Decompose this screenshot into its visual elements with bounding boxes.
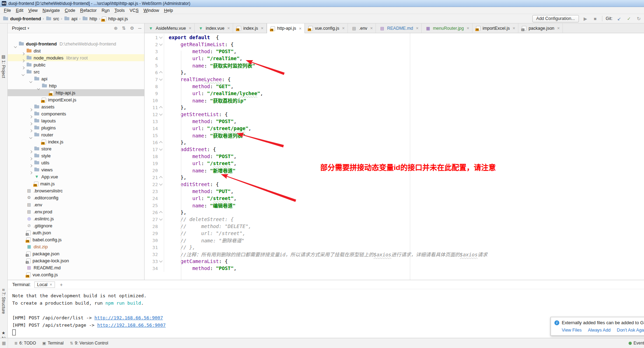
tree-item-duoji-frontend[interactable]: duoji-frontendD:\zheheWeb\duoji-frontend [8, 40, 144, 47]
close-icon[interactable]: × [370, 26, 373, 31]
tree-item-.env[interactable]: ▤.env [8, 201, 144, 208]
menu-code[interactable]: Code [62, 8, 78, 13]
close-icon[interactable]: × [227, 26, 230, 31]
code-line[interactable]: 13 method: "POST", [145, 118, 644, 125]
code-line[interactable]: 29 // url: "/street", [145, 230, 644, 237]
fold-marker-icon[interactable] [158, 69, 164, 76]
tree-item-public[interactable]: public [8, 61, 144, 68]
tree-item-auth.json[interactable]: auth.json [8, 229, 144, 236]
editor-tab-importExcel.js[interactable]: importExcel.js× [472, 23, 518, 33]
close-icon[interactable]: × [557, 26, 560, 31]
code-line[interactable]: 33 getCameraList: { [145, 258, 644, 265]
editor-tab-index.js[interactable]: index.js× [233, 23, 267, 33]
editor-tab-package.json[interactable]: package.json× [518, 23, 563, 33]
tool-window-switcher-icon[interactable]: ▦ [0, 338, 8, 348]
code-line[interactable]: 18 method: "POST", [145, 153, 644, 160]
code-line[interactable]: 9 url: "/realTime/lychee", [145, 90, 644, 97]
fold-marker-icon[interactable] [158, 181, 164, 188]
tree-item-babel.config.js[interactable]: babel.config.js [8, 236, 144, 243]
tree-item-http-api.js[interactable]: http-api.js [8, 89, 144, 96]
tree-item-layouts[interactable]: layouts [8, 117, 144, 124]
locate-file-icon[interactable]: ⊕ [114, 26, 118, 31]
code-line[interactable]: 1export default { [145, 34, 644, 41]
close-icon[interactable]: × [513, 26, 516, 31]
editor-tab-index.vue[interactable]: ▼index.vue× [195, 23, 233, 33]
status-todo[interactable]: ≣6: TODO [14, 341, 36, 346]
tree-item-.eslintrc.js[interactable]: ◎.eslintrc.js [8, 215, 144, 222]
code-line[interactable]: 12 getStreetList: { [145, 111, 644, 118]
code-line[interactable]: 16 }, [145, 139, 644, 146]
menu-view[interactable]: View [26, 8, 40, 13]
code-line[interactable]: 26 }, [145, 209, 644, 216]
code-line[interactable]: 3 method: "POST", [145, 48, 644, 55]
close-icon[interactable]: × [299, 26, 302, 31]
code-editor[interactable]: 1export default {2 getRealTimeList: {3 m… [145, 33, 644, 272]
chevron-down-icon[interactable]: ▾ [27, 26, 29, 30]
fold-marker-icon[interactable] [158, 209, 164, 216]
tree-item-index.js[interactable]: index.js [8, 138, 144, 145]
code-line[interactable]: 14 url: "/street/page", [145, 125, 644, 132]
tree-item-importExcel.js[interactable]: importExcel.js [8, 96, 144, 103]
code-line[interactable]: 10 name: "获取荔枝的ip" [145, 97, 644, 104]
tree-item-plugins[interactable]: plugins [8, 124, 144, 131]
code-line[interactable]: 7 realTimeLychee: { [145, 76, 644, 83]
notification-action-don-t-ask-again[interactable]: Don't Ask Again [617, 328, 644, 333]
breadcrumb-item-src[interactable]: src [46, 16, 59, 21]
close-icon[interactable]: × [189, 26, 191, 31]
tree-item-README.md[interactable]: ▤README.md [8, 264, 144, 271]
editor-tab-README.md[interactable]: ▤README.md× [376, 23, 422, 33]
fold-marker-icon[interactable] [158, 146, 164, 153]
code-line[interactable]: 11 }, [145, 104, 644, 111]
tree-item-vue.config.js[interactable]: vue.config.js [8, 271, 144, 278]
code-line[interactable]: 31 // }, [145, 244, 644, 251]
terminal-tab-local[interactable]: Local × [34, 282, 55, 288]
fold-marker-icon[interactable] [158, 76, 164, 83]
code-line[interactable]: 25 name: "编辑巷道" [145, 202, 644, 209]
tree-item-src[interactable]: src [8, 68, 144, 75]
menu-run[interactable]: Run [99, 8, 112, 13]
editor-tab-.env[interactable]: ▤.env× [348, 23, 376, 33]
code-line[interactable]: 8 method: "GET", [145, 83, 644, 90]
code-line[interactable]: 15 name: "获取巷道列表" [145, 132, 644, 139]
tree-item-.browserslistrc[interactable]: ▤.browserslistrc [8, 187, 144, 194]
status-version-control[interactable]: ⇅9: Version Control [70, 341, 108, 346]
menu-refactor[interactable]: Refactor [78, 8, 99, 13]
editor-tab-http-api.js[interactable]: http-api.js× [267, 23, 305, 33]
fold-marker-icon[interactable] [158, 111, 164, 118]
notification-action-always-add[interactable]: Always Add [588, 328, 611, 333]
code-line[interactable]: 21 }, [145, 174, 644, 181]
close-icon[interactable]: × [261, 26, 264, 31]
run-icon[interactable]: ▶ [582, 16, 589, 21]
fold-marker-icon[interactable] [158, 34, 164, 41]
terminal-link[interactable]: http://192.168.66.56:9007 [97, 322, 166, 328]
tree-item-dist.zip[interactable]: ▦dist.zip [8, 243, 144, 250]
menu-tools[interactable]: Tools [112, 8, 127, 13]
collapse-all-icon[interactable]: ⇅ [122, 26, 126, 31]
code-line[interactable]: 30 // name: "删除巷道" [145, 237, 644, 244]
menu-window[interactable]: Window [141, 8, 161, 13]
code-line[interactable]: 34 method: "POST", [145, 265, 644, 272]
fold-marker-icon[interactable] [158, 41, 164, 48]
tree-item-api[interactable]: api [8, 75, 144, 82]
tree-item-App.vue[interactable]: ▼App.vue [8, 173, 144, 180]
breadcrumb-item-http-api.js[interactable]: http-api.js [102, 16, 128, 21]
code-line[interactable]: 22 editStreet: { [145, 181, 644, 188]
close-icon[interactable]: × [342, 26, 345, 31]
settings-icon[interactable]: ⚙ [130, 26, 134, 31]
tree-item-.editorconfig[interactable]: ⚙.editorconfig [8, 194, 144, 201]
update-project-icon[interactable]: ↙ [616, 16, 622, 21]
code-line[interactable]: 27 // deleteStreet: { [145, 216, 644, 223]
hide-panel-icon[interactable]: ─ [138, 26, 141, 31]
menu-vcs[interactable]: VCS [127, 8, 141, 13]
close-icon[interactable]: × [467, 26, 469, 31]
tree-item-style[interactable]: style [8, 152, 144, 159]
menu-edit[interactable]: Edit [13, 8, 26, 13]
tree-item-router[interactable]: router [8, 131, 144, 138]
tree-item-node_modules[interactable]: node_moduleslibrary root [8, 54, 144, 61]
tree-item-assets[interactable]: assets [8, 103, 144, 110]
code-line[interactable]: 28 // method: "DELETE", [145, 223, 644, 230]
editor-tab-vue.config.js[interactable]: vue.config.js× [305, 23, 348, 33]
menu-navigate[interactable]: Navigate [40, 8, 62, 13]
code-line[interactable]: 4 url: "/realTime", [145, 55, 644, 62]
terminal-link[interactable]: http://192.168.66.56:9007 [94, 315, 163, 320]
